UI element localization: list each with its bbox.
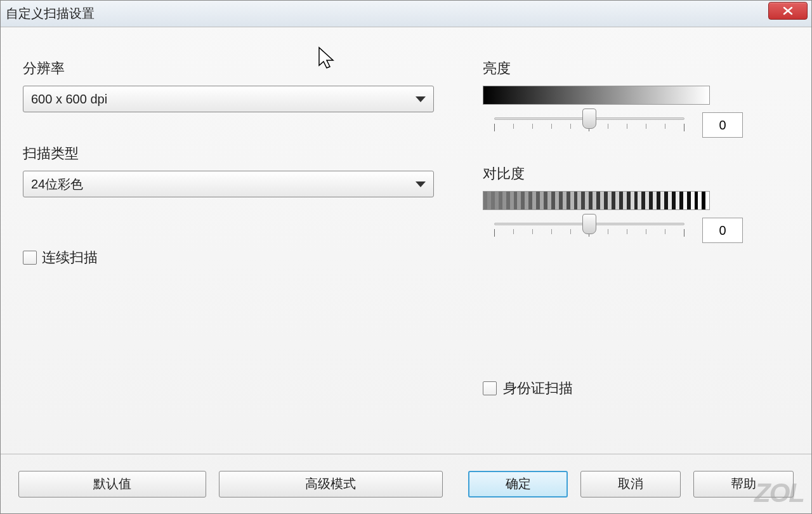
continuous-scan-row: 连续扫描 xyxy=(23,248,435,267)
dialog-window: 自定义扫描设置 分辨率 600 x 600 dpi 扫描类型 24位彩色 xyxy=(0,0,812,514)
contrast-value[interactable]: 0 xyxy=(702,218,743,243)
contrast-slider-row: 0 xyxy=(483,218,756,243)
brightness-slider[interactable] xyxy=(494,112,684,138)
resolution-dropdown[interactable]: 600 x 600 dpi xyxy=(23,86,434,112)
resolution-value: 600 x 600 dpi xyxy=(31,92,107,107)
contrast-label: 对比度 xyxy=(483,164,756,183)
contrast-gradient xyxy=(483,191,710,210)
resolution-label: 分辨率 xyxy=(23,59,435,78)
slider-thumb[interactable] xyxy=(582,214,596,234)
brightness-value[interactable]: 0 xyxy=(702,112,743,138)
scantype-value: 24位彩色 xyxy=(31,176,83,193)
brightness-slider-row: 0 xyxy=(483,112,756,138)
contrast-slider[interactable] xyxy=(494,218,684,243)
chevron-down-icon xyxy=(416,96,426,102)
resolution-group: 分辨率 600 x 600 dpi xyxy=(23,59,435,112)
advanced-button[interactable]: 高级模式 xyxy=(219,471,443,498)
titlebar: 自定义扫描设置 xyxy=(1,1,811,27)
chevron-down-icon xyxy=(416,181,426,187)
right-column: 亮度 0 对比度 xyxy=(483,59,756,270)
window-title: 自定义扫描设置 xyxy=(6,5,95,22)
slider-thumb[interactable] xyxy=(582,109,596,129)
scantype-label: 扫描类型 xyxy=(23,144,435,163)
help-button[interactable]: 帮助 xyxy=(693,471,794,498)
close-icon xyxy=(782,6,794,15)
scantype-dropdown[interactable]: 24位彩色 xyxy=(23,171,434,197)
close-button[interactable] xyxy=(768,2,808,20)
id-scan-label: 身份证扫描 xyxy=(503,379,573,398)
left-column: 分辨率 600 x 600 dpi 扫描类型 24位彩色 连续扫描 xyxy=(23,59,435,267)
id-scan-row: 身份证扫描 xyxy=(483,379,573,398)
continuous-scan-label: 连续扫描 xyxy=(42,248,98,267)
brightness-label: 亮度 xyxy=(483,59,756,78)
default-button[interactable]: 默认值 xyxy=(18,471,206,498)
cancel-button[interactable]: 取消 xyxy=(580,471,681,498)
id-scan-checkbox[interactable] xyxy=(483,381,497,395)
brightness-gradient xyxy=(483,86,710,105)
ok-button[interactable]: 确定 xyxy=(468,471,568,498)
continuous-scan-checkbox[interactable] xyxy=(23,251,37,265)
content-area: 分辨率 600 x 600 dpi 扫描类型 24位彩色 连续扫描 亮度 xyxy=(1,27,811,454)
button-bar: 默认值 高级模式 确定 取消 帮助 xyxy=(1,454,811,513)
scantype-group: 扫描类型 24位彩色 xyxy=(23,144,435,197)
